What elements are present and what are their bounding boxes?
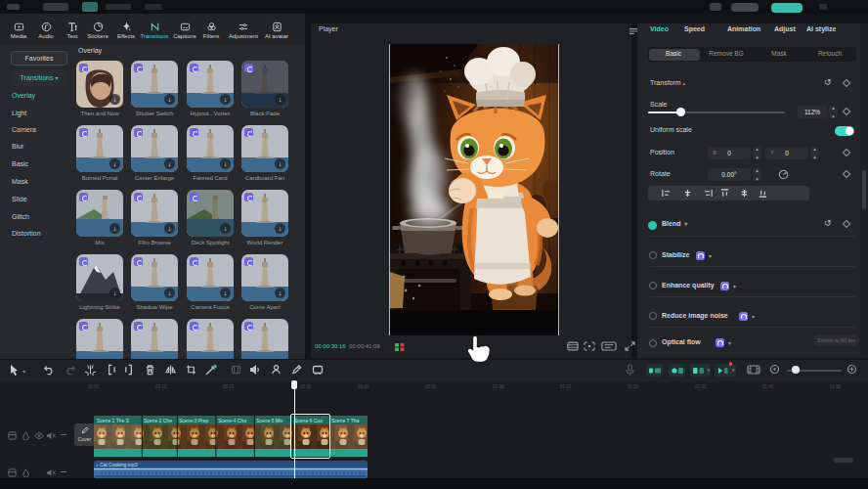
svg-text:Scene 3 Prep: Scene 3 Prep (179, 418, 209, 423)
svg-text:Scene 5 Mix: Scene 5 Mix (256, 418, 283, 423)
svg-text:Scene 7 Tha: Scene 7 Tha (331, 418, 359, 423)
svg-text:Scene 4 Cho: Scene 4 Cho (218, 418, 246, 423)
svg-text:Scene 2 Che: Scene 2 Che (144, 418, 172, 423)
svg-text:Scene 1 The S: Scene 1 The S (97, 418, 130, 423)
